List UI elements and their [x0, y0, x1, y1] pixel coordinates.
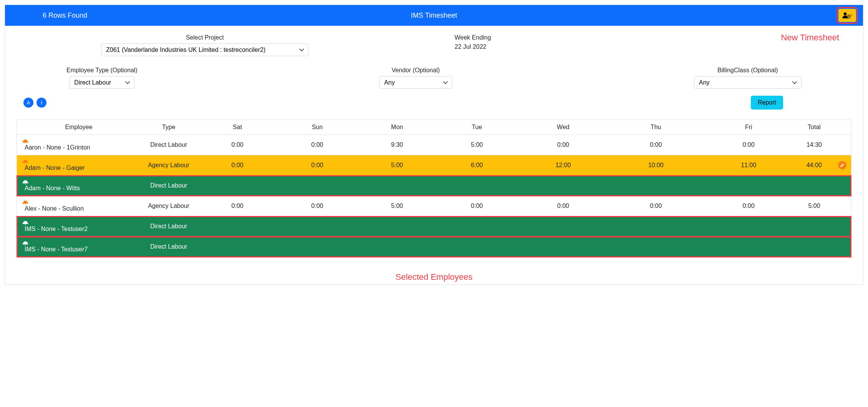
- fri-cell: [702, 216, 795, 237]
- week-ending-value: 22 Jul 2022: [455, 43, 491, 50]
- wed-cell: [517, 216, 609, 237]
- svg-rect-5: [22, 162, 28, 163]
- sun-cell: 0:00: [277, 135, 357, 155]
- type-cell: Direct Labour: [140, 237, 197, 257]
- mon-cell: [357, 237, 437, 257]
- mon-cell: 5:00: [357, 155, 437, 176]
- total-cell: [795, 216, 833, 237]
- wed-cell: 0:00: [517, 196, 609, 216]
- total-cell: [795, 176, 833, 196]
- edit-button[interactable]: [838, 161, 846, 169]
- letter-filter-i[interactable]: I: [37, 98, 46, 108]
- thu-cell: 0:00: [609, 135, 702, 155]
- sat-cell: 0:00: [197, 135, 277, 155]
- table-row[interactable]: IMS - None - Testuser7 Direct Labour: [17, 237, 851, 257]
- main-panel: 6 Rows Found IMS Timesheet + New Timeshe…: [5, 5, 863, 285]
- project-select[interactable]: Z061 (Vanderlande Industries UK Limited …: [101, 43, 309, 56]
- tue-cell: [437, 176, 517, 196]
- total-cell: 44:00: [795, 155, 833, 176]
- employee-cell: Alex - None - Scullion: [17, 196, 140, 216]
- employee-cell: Aaron - None - 1Grinton: [17, 135, 140, 155]
- col-sat: Sat: [197, 120, 277, 135]
- sat-cell: [197, 216, 277, 237]
- col-type: Type: [140, 120, 197, 135]
- rows-found-label: 6 Rows Found: [12, 12, 87, 20]
- col-employee: Employee: [17, 120, 140, 135]
- employee-name: IMS - None - Testuser7: [25, 246, 88, 253]
- sat-cell: 0:00: [197, 196, 277, 216]
- type-cell: Direct Labour: [140, 216, 197, 237]
- worker-icon: [22, 200, 135, 205]
- employee-name: Aaron - None - 1Grinton: [25, 144, 90, 151]
- sun-cell: [277, 216, 357, 237]
- table-row[interactable]: Alex - None - Scullion Agency Labour 0:0…: [17, 196, 851, 216]
- tue-cell: 6:00: [437, 155, 517, 176]
- fri-cell: [702, 176, 795, 196]
- total-cell: [795, 237, 833, 257]
- emptype-select[interactable]: Direct Labour: [69, 76, 134, 89]
- thu-cell: 10:00: [609, 155, 702, 176]
- fri-cell: 0:00: [702, 196, 795, 216]
- billing-select[interactable]: Any: [694, 76, 802, 89]
- worker-icon: [22, 179, 135, 185]
- vendor-select[interactable]: Any: [379, 76, 452, 89]
- new-timesheet-button[interactable]: +: [838, 9, 856, 22]
- action-cell: [833, 176, 851, 196]
- mon-cell: [357, 216, 437, 237]
- page-title: IMS Timesheet: [411, 12, 457, 20]
- tue-cell: 5:00: [437, 135, 517, 155]
- col-actions: [833, 120, 851, 135]
- type-cell: Direct Labour: [140, 176, 197, 196]
- type-cell: Direct Labour: [140, 135, 197, 155]
- col-thu: Thu: [609, 120, 702, 135]
- worker-icon: [22, 139, 135, 144]
- action-cell: [833, 196, 851, 216]
- fri-cell: 11:00: [702, 155, 795, 176]
- header-bar: 6 Rows Found IMS Timesheet +: [5, 5, 863, 26]
- table-row[interactable]: Aaron - None - 1Grinton Direct Labour 0:…: [17, 135, 851, 155]
- thu-cell: [609, 216, 702, 237]
- thu-cell: 0:00: [609, 196, 702, 216]
- mon-cell: 9:30: [357, 135, 437, 155]
- person-plus-icon: +: [842, 12, 853, 19]
- wed-cell: [517, 237, 609, 257]
- employee-name: IMS - None - Testuser2: [25, 226, 88, 232]
- svg-point-0: [844, 12, 847, 15]
- col-tue: Tue: [437, 120, 517, 135]
- sun-cell: [277, 237, 357, 257]
- letter-filter-a[interactable]: A: [23, 98, 33, 108]
- sat-cell: [197, 237, 277, 257]
- thu-cell: [609, 237, 702, 257]
- sun-cell: 0:00: [277, 155, 357, 176]
- wed-cell: [517, 176, 609, 196]
- employee-name: Adam - None - Gaiger: [25, 164, 85, 171]
- table-header-row: Employee Type Sat Sun Mon Tue Wed Thu Fr…: [17, 120, 851, 135]
- week-ending-label: Week Ending: [455, 34, 491, 41]
- employee-cell: IMS - None - Testuser2: [17, 216, 140, 237]
- employee-cell: Adam - None - Witts: [17, 176, 140, 196]
- svg-rect-9: [22, 203, 28, 204]
- worker-icon: [22, 159, 135, 164]
- report-button[interactable]: Report: [751, 96, 783, 110]
- col-total: Total: [795, 120, 833, 135]
- col-fri: Fri: [702, 120, 795, 135]
- table-row[interactable]: Adam - None - Gaiger Agency Labour 0:00 …: [17, 155, 851, 176]
- type-cell: Agency Labour: [140, 196, 197, 216]
- sun-cell: 0:00: [277, 196, 357, 216]
- table-row[interactable]: IMS - None - Testuser2 Direct Labour: [17, 216, 851, 237]
- action-cell: [833, 216, 851, 237]
- wed-cell: 0:00: [517, 135, 609, 155]
- col-wed: Wed: [517, 120, 609, 135]
- table-row[interactable]: Adam - None - Witts Direct Labour: [17, 176, 851, 196]
- col-mon: Mon: [357, 120, 437, 135]
- tue-cell: 0:00: [437, 196, 517, 216]
- employee-name: Alex - None - Scullion: [25, 205, 84, 212]
- emptype-label: Employee Type (Optional): [66, 67, 138, 74]
- svg-rect-3: [22, 142, 28, 143]
- wed-cell: 12:00: [517, 155, 609, 176]
- sat-cell: 0:00: [197, 155, 277, 176]
- col-sun: Sun: [277, 120, 357, 135]
- project-label: Select Project: [186, 34, 224, 41]
- svg-rect-11: [22, 223, 28, 224]
- filter-panel: Select Project Z061 (Vanderlande Industr…: [5, 26, 863, 115]
